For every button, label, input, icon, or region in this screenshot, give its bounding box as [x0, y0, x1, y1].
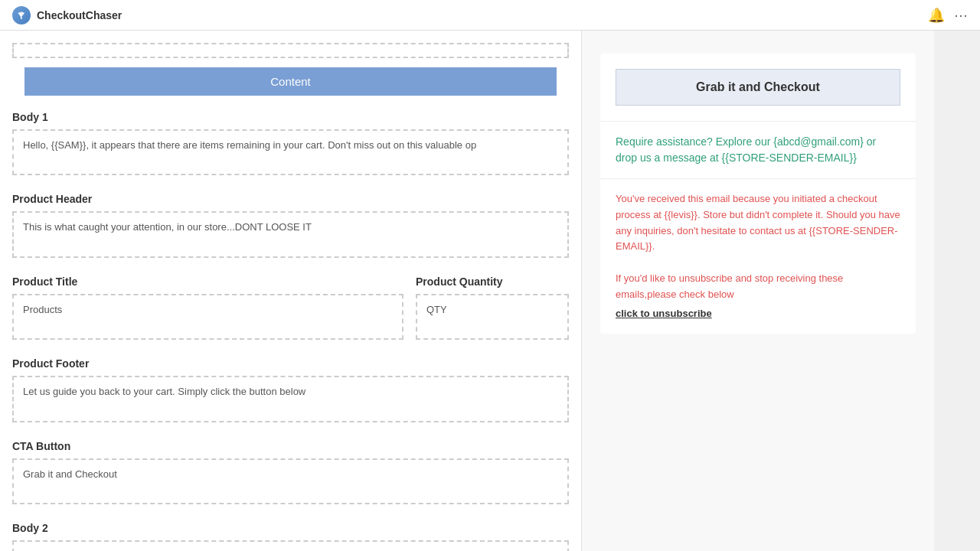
preview-unsubscribe-link[interactable]: click to unsubscribe	[616, 306, 900, 322]
app-logo	[12, 6, 31, 24]
preview-footer-text: You've received this email because you i…	[616, 191, 900, 321]
body1-label: Body 1	[12, 111, 569, 123]
cta-button-section: CTA Button	[0, 431, 581, 513]
more-options-icon[interactable]: ⋯	[954, 7, 968, 24]
preview-footer-section: You've received this email because you i…	[600, 179, 916, 334]
app-name: CheckoutChaser	[37, 9, 122, 21]
content-header-section: Content	[0, 58, 581, 102]
topbar: CheckoutChaser 🔔 ⋯	[0, 0, 980, 31]
top-dashed-section	[12, 43, 569, 58]
preview-assist-text: Require assistance? Explore our {abcd@gm…	[616, 134, 900, 166]
preview-card: Grab it and Checkout Require assistance?…	[600, 54, 916, 334]
body2-section: Body 2	[0, 513, 581, 551]
preview-footer-body: You've received this email because you i…	[616, 193, 900, 252]
body2-label: Body 2	[12, 522, 569, 534]
main-layout: Content Body 1 Product Header Product Ti…	[0, 31, 980, 551]
body1-section: Body 1	[0, 102, 581, 184]
cta-button-label-text: CTA Button	[12, 440, 569, 452]
product-header-label: Product Header	[12, 193, 569, 205]
product-quantity-label: Product Quantity	[416, 276, 569, 288]
product-header-section: Product Header	[0, 184, 581, 266]
product-title-input[interactable]	[12, 294, 403, 340]
product-title-label: Product Title	[12, 276, 403, 288]
product-footer-input[interactable]	[12, 376, 569, 422]
right-panel: Grab it and Checkout Require assistance?…	[582, 31, 934, 551]
product-footer-section: Product Footer	[0, 348, 581, 430]
product-quantity-col: Product Quantity	[416, 276, 569, 342]
cta-button-input[interactable]	[12, 458, 569, 504]
product-title-quantity-section: Product Title Product Quantity	[0, 266, 581, 348]
body2-input[interactable]	[12, 540, 569, 551]
two-col-row: Product Title Product Quantity	[12, 276, 569, 342]
product-footer-label: Product Footer	[12, 357, 569, 370]
body1-input[interactable]	[12, 129, 569, 175]
preview-cta-button[interactable]: Grab it and Checkout	[616, 69, 900, 106]
topbar-right: 🔔 ⋯	[928, 7, 968, 24]
preview-assist-section: Require assistance? Explore our {abcd@gm…	[600, 122, 916, 179]
product-title-col: Product Title	[12, 276, 403, 342]
product-quantity-input[interactable]	[416, 294, 569, 340]
content-header-bar: Content	[24, 67, 557, 96]
product-header-input[interactable]	[12, 211, 569, 257]
preview-cta-section: Grab it and Checkout	[600, 54, 916, 122]
notification-icon[interactable]: 🔔	[928, 7, 945, 24]
preview-unsubscribe-intro: If you'd like to unsubscribe and stop re…	[616, 272, 843, 300]
topbar-left: CheckoutChaser	[12, 6, 122, 24]
left-panel: Content Body 1 Product Header Product Ti…	[0, 31, 582, 551]
